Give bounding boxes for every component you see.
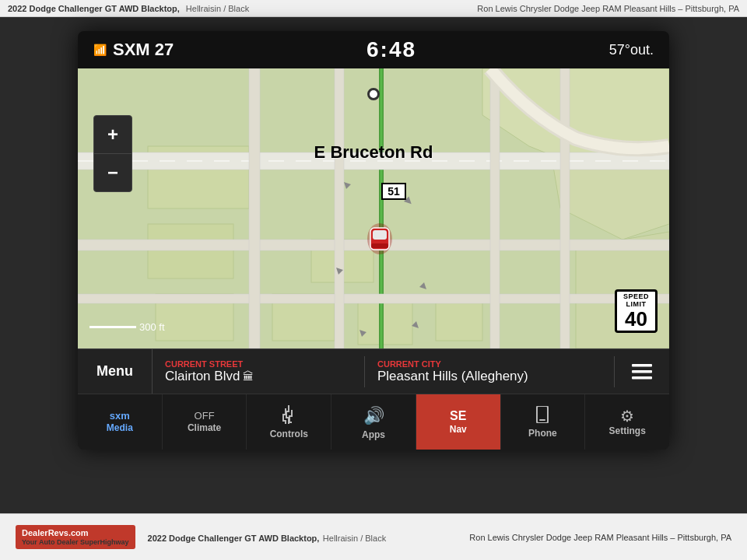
nav-label-phone: Phone xyxy=(528,428,557,439)
bottom-nav-bar: sxm Media OFF Climate xyxy=(78,394,669,450)
zoom-in-button[interactable]: + xyxy=(94,116,132,154)
nav-label-nav: Nav xyxy=(450,424,467,435)
svg-rect-17 xyxy=(249,68,260,348)
nav-label-settings: Settings xyxy=(609,425,646,436)
scale-indicator: 300 ft xyxy=(89,321,165,333)
infotainment-screen: 📶 SXM 27 6:48 57°out. xyxy=(78,31,669,450)
svg-text:🔊: 🔊 xyxy=(363,405,384,425)
zoom-controls: + − xyxy=(93,115,132,192)
svg-rect-5 xyxy=(148,224,233,278)
footer-car-subtitle: Hellraisin / Black xyxy=(323,534,386,543)
apps-icon: 🔊 xyxy=(363,404,384,428)
svg-rect-30 xyxy=(371,243,388,248)
nav-item-apps[interactable]: 🔊 Apps xyxy=(331,394,416,450)
svg-rect-9 xyxy=(436,302,482,341)
svg-rect-31 xyxy=(632,364,652,367)
page-footer: DealerRevs.com Your Auto Dealer SuperHig… xyxy=(0,513,747,560)
street-icon: 🏛 xyxy=(243,370,254,383)
map-svg: ▶ ▶ ▶ ▶ ▶ ▶ xyxy=(78,68,669,348)
map-area: ▶ ▶ ▶ ▶ ▶ ▶ E Bruceton Rd 51 xyxy=(78,68,669,348)
controls-icon xyxy=(279,405,298,427)
zoom-out-button[interactable]: − xyxy=(94,154,132,191)
page-header: 2022 Dodge Challenger GT AWD Blacktop, H… xyxy=(0,0,747,17)
footer-center: 2022 Dodge Challenger GT AWD Blacktop, H… xyxy=(135,530,470,544)
road-number-badge: 51 xyxy=(381,183,406,200)
scale-label: 300 ft xyxy=(139,321,165,333)
svg-rect-32 xyxy=(632,370,652,373)
svg-rect-18 xyxy=(335,68,344,348)
nav-item-climate[interactable]: OFF Climate xyxy=(163,394,247,450)
current-city-label: Current City xyxy=(377,359,601,369)
current-street-label: Current Street xyxy=(165,359,352,369)
media-icon: sxm xyxy=(110,411,130,421)
map-street-name: E Bruceton Rd xyxy=(314,142,433,163)
footer-left: DealerRevs.com Your Auto Dealer SuperHig… xyxy=(16,525,135,550)
screen-wrapper: 📶 SXM 27 6:48 57°out. xyxy=(78,25,669,450)
dealer-logo-name: DealerRevs.com xyxy=(22,528,129,538)
dealer-logo: DealerRevs.com Your Auto Dealer SuperHig… xyxy=(16,525,135,550)
settings-icon: ⚙ xyxy=(620,408,634,424)
page-subtitle: Hellraisin / Black xyxy=(186,4,249,13)
svg-rect-36 xyxy=(539,419,545,421)
current-street-value: Clairton Blvd 🏛 xyxy=(165,369,352,384)
svg-rect-19 xyxy=(490,68,500,348)
signal-icon: 📶 xyxy=(93,44,107,56)
scale-bar xyxy=(89,326,136,328)
nav-label-apps: Apps xyxy=(362,429,385,440)
main-content: 📶 SXM 27 6:48 57°out. xyxy=(0,17,747,513)
svg-rect-8 xyxy=(358,302,412,345)
svg-rect-29 xyxy=(373,230,387,240)
nav-item-phone[interactable]: Phone xyxy=(501,394,586,450)
car-position-marker xyxy=(366,220,394,257)
dealer-tagline: Your Auto Dealer SuperHighway xyxy=(22,538,129,547)
dealer-info: Ron Lewis Chrysler Dodge Jeep RAM Pleasa… xyxy=(477,4,739,13)
street-info-bar: Menu Current Street Clairton Blvd 🏛 Curr… xyxy=(78,348,669,394)
nav-item-controls[interactable]: Controls xyxy=(247,394,331,450)
current-street-section: Current Street Clairton Blvd 🏛 xyxy=(153,356,365,387)
nav-compass-icon: SE xyxy=(450,410,466,422)
footer-dealer-info: Ron Lewis Chrysler Dodge Jeep RAM Pleasa… xyxy=(469,533,731,542)
footer-car-title: 2022 Dodge Challenger GT AWD Blacktop, xyxy=(148,534,320,543)
nav-item-nav[interactable]: SE Nav xyxy=(416,394,501,450)
svg-rect-20 xyxy=(560,68,570,348)
temperature-display: 57°out. xyxy=(609,42,654,58)
climate-icon: OFF xyxy=(195,411,215,421)
current-city-section: Current City Pleasant Hills (Allegheny) xyxy=(365,356,615,387)
nav-item-settings[interactable]: ⚙ Settings xyxy=(585,394,669,450)
nav-label-controls: Controls xyxy=(270,429,308,439)
svg-rect-33 xyxy=(632,376,652,380)
menu-button[interactable]: Menu xyxy=(78,349,153,394)
screen-topbar: 📶 SXM 27 6:48 57°out. xyxy=(78,31,669,68)
nav-item-media[interactable]: sxm Media xyxy=(78,394,163,450)
topbar-left: 📶 SXM 27 xyxy=(93,40,174,60)
nav-label-media: Media xyxy=(107,422,133,433)
phone-icon xyxy=(534,406,551,426)
speed-limit-sign: SPEEDLIMIT 40 xyxy=(615,289,658,333)
station-label: SXM 27 xyxy=(113,40,174,60)
hamburger-menu-button[interactable] xyxy=(615,364,669,380)
route-start-marker xyxy=(367,88,380,100)
page-title: 2022 Dodge Challenger GT AWD Blacktop, xyxy=(8,4,180,13)
clock-display: 6:48 xyxy=(366,37,416,62)
svg-rect-16 xyxy=(78,294,669,303)
nav-label-climate: Climate xyxy=(188,422,221,433)
speed-limit-value: 40 xyxy=(619,309,654,329)
current-city-value: Pleasant Hills (Allegheny) xyxy=(377,369,601,384)
